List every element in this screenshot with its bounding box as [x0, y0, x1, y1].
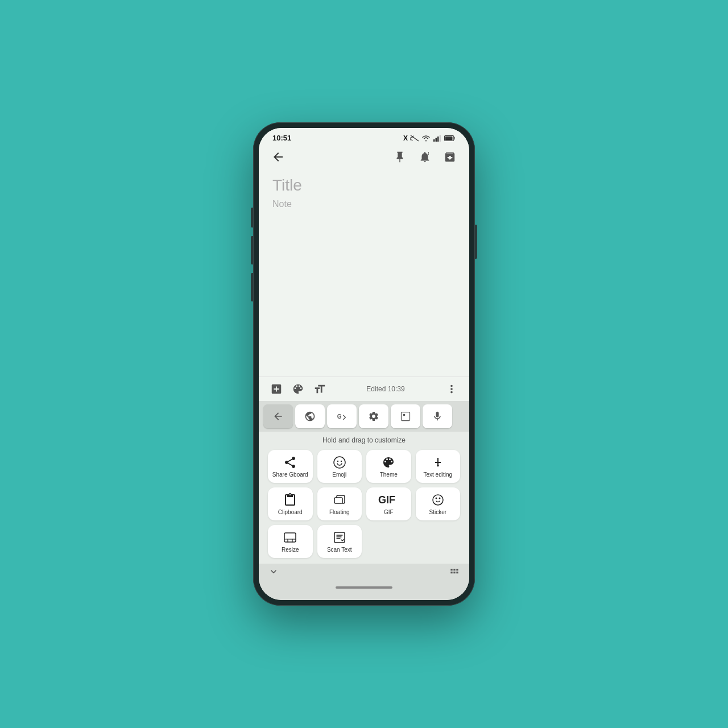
- status-time: 10:51: [272, 134, 291, 142]
- sticker-label: Sticker: [429, 509, 446, 516]
- battery-icon: [444, 135, 456, 142]
- resize-label: Resize: [282, 547, 299, 553]
- clipboard-label: Clipboard: [278, 509, 303, 516]
- customize-item-floating[interactable]: Floating: [317, 487, 362, 520]
- customize-item-emoji[interactable]: Emoji: [317, 450, 362, 483]
- svg-text:G: G: [337, 413, 342, 420]
- floating-label: Floating: [329, 509, 350, 516]
- svg-point-17: [439, 498, 440, 499]
- customize-item-clipboard[interactable]: Clipboard: [268, 487, 313, 520]
- svg-point-12: [341, 461, 342, 462]
- svg-rect-4: [440, 135, 441, 142]
- svg-point-11: [337, 461, 338, 462]
- svg-rect-2: [436, 138, 437, 142]
- svg-point-15: [433, 495, 443, 505]
- reminder-button[interactable]: !: [417, 149, 433, 165]
- keyboard-select-button[interactable]: [391, 404, 420, 428]
- note-title-placeholder[interactable]: Title: [272, 176, 456, 195]
- note-area[interactable]: Title Note: [259, 169, 469, 377]
- theme-icon: [382, 456, 395, 469]
- share-gboard-icon: [283, 456, 297, 469]
- side-button-right: [475, 225, 477, 259]
- customize-item-resize[interactable]: Resize: [268, 525, 313, 558]
- customize-item-scan-text[interactable]: Scan Text: [317, 525, 362, 558]
- customize-item-share-gboard[interactable]: Share Gboard: [268, 450, 313, 483]
- signal-icon: [433, 135, 442, 142]
- app-top-bar: !: [259, 144, 469, 169]
- phone-device: 10:51 X: [253, 122, 475, 606]
- sticker-icon: [431, 493, 445, 507]
- archive-button[interactable]: [442, 149, 458, 165]
- home-indicator: [259, 578, 469, 594]
- emoji-label: Emoji: [332, 471, 346, 478]
- phone-screen: 10:51 X: [259, 128, 469, 600]
- pin-button[interactable]: [392, 149, 408, 165]
- svg-rect-1: [433, 139, 435, 142]
- edited-timestamp: Edited 10:39: [335, 385, 436, 393]
- keyboard-toolbar: G: [259, 401, 469, 432]
- side-button-left-3: [251, 273, 253, 301]
- scan-text-icon: [333, 531, 346, 544]
- toolbar-left: [270, 383, 326, 395]
- back-button[interactable]: [270, 149, 286, 165]
- bottom-toolbar: Edited 10:39: [259, 377, 469, 401]
- floating-icon: [333, 493, 346, 507]
- clipboard-icon: [283, 493, 297, 507]
- customize-hint: Hold and drag to customize: [268, 436, 460, 444]
- keyboard-globe-button[interactable]: [295, 404, 325, 428]
- customize-item-theme[interactable]: Theme: [366, 450, 411, 483]
- svg-rect-13: [334, 498, 342, 503]
- add-content-button[interactable]: [270, 383, 283, 395]
- customize-item-gif[interactable]: GIF GIF: [366, 487, 411, 520]
- keyboard-back-button[interactable]: [263, 404, 293, 428]
- keyboard-bottom: [259, 564, 469, 578]
- keyboard-translate-button[interactable]: G: [327, 404, 357, 428]
- svg-rect-19: [334, 532, 345, 543]
- theme-label: Theme: [380, 471, 398, 478]
- keyboard-area: G: [259, 401, 469, 600]
- gif-label: GIF: [384, 509, 394, 516]
- text-format-button[interactable]: [313, 383, 326, 395]
- keyboard-grid-button[interactable]: [449, 566, 460, 577]
- resize-icon: [283, 531, 297, 544]
- gif-icon: GIF: [378, 493, 399, 507]
- share-gboard-label: Share Gboard: [272, 471, 308, 478]
- customize-grid: Share Gboard Emoji: [268, 450, 460, 558]
- keyboard-settings-button[interactable]: [359, 404, 388, 428]
- customize-panel: Hold and drag to customize Share Gboard: [259, 432, 469, 564]
- mute-icon: [410, 135, 419, 142]
- svg-text:!: !: [428, 151, 429, 155]
- twitter-x-icon: X: [403, 134, 408, 142]
- text-editing-label: Text editing: [423, 471, 452, 478]
- chevron-down-button[interactable]: [268, 566, 279, 577]
- svg-point-10: [334, 457, 345, 468]
- svg-rect-18: [284, 533, 296, 542]
- keyboard-mic-button[interactable]: [423, 404, 452, 428]
- status-icons: X: [403, 134, 456, 142]
- scan-text-label: Scan Text: [327, 547, 352, 553]
- svg-rect-3: [437, 136, 439, 142]
- side-button-left-2: [251, 236, 253, 264]
- customize-item-text-editing[interactable]: Text editing: [416, 450, 461, 483]
- svg-point-16: [435, 498, 437, 499]
- home-indicator-bar: [336, 586, 392, 589]
- note-body-placeholder[interactable]: Note: [272, 199, 456, 209]
- svg-rect-6: [445, 136, 453, 139]
- wifi-icon: [421, 135, 431, 142]
- svg-text:GIF: GIF: [378, 494, 395, 506]
- svg-rect-9: [402, 412, 410, 421]
- text-editing-icon: [431, 456, 445, 469]
- customize-item-sticker[interactable]: Sticker: [416, 487, 461, 520]
- palette-button[interactable]: [292, 383, 304, 395]
- side-button-left-1: [251, 208, 253, 228]
- top-bar-actions: !: [392, 149, 458, 165]
- more-options-button[interactable]: [445, 383, 458, 395]
- status-bar: 10:51 X: [259, 128, 469, 144]
- emoji-icon: [333, 456, 346, 469]
